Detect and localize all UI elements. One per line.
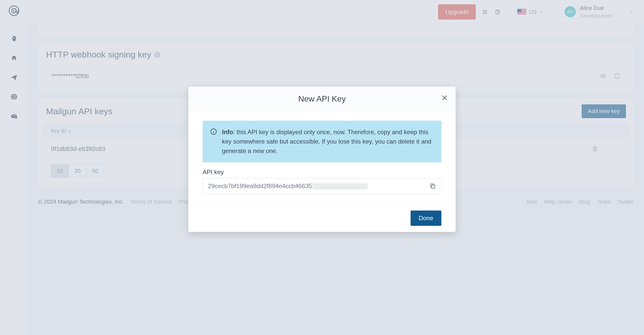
api-key-value: 29cecb7bf199ea9dd2f894e4ccb46635 xyxy=(208,183,425,190)
api-key-field-label: API key xyxy=(203,169,441,176)
api-key-redacted xyxy=(312,183,368,190)
api-key-field: 29cecb7bf199ea9dd2f894e4ccb46635 xyxy=(203,178,441,194)
done-button[interactable]: Done xyxy=(411,211,441,226)
info-bold: Info xyxy=(222,129,233,135)
svg-rect-26 xyxy=(432,185,435,188)
new-api-key-modal: New API Key Info: this API key is displa… xyxy=(188,87,456,232)
modal-overlay: New API Key Info: this API key is displa… xyxy=(0,0,644,335)
info-text: : this API key is displayed only once, n… xyxy=(222,129,431,154)
info-icon xyxy=(210,128,217,135)
modal-title: New API Key xyxy=(199,94,445,104)
close-icon[interactable] xyxy=(441,94,448,101)
copy-icon[interactable] xyxy=(429,183,436,189)
info-callout: Info: this API key is displayed only onc… xyxy=(203,121,441,162)
